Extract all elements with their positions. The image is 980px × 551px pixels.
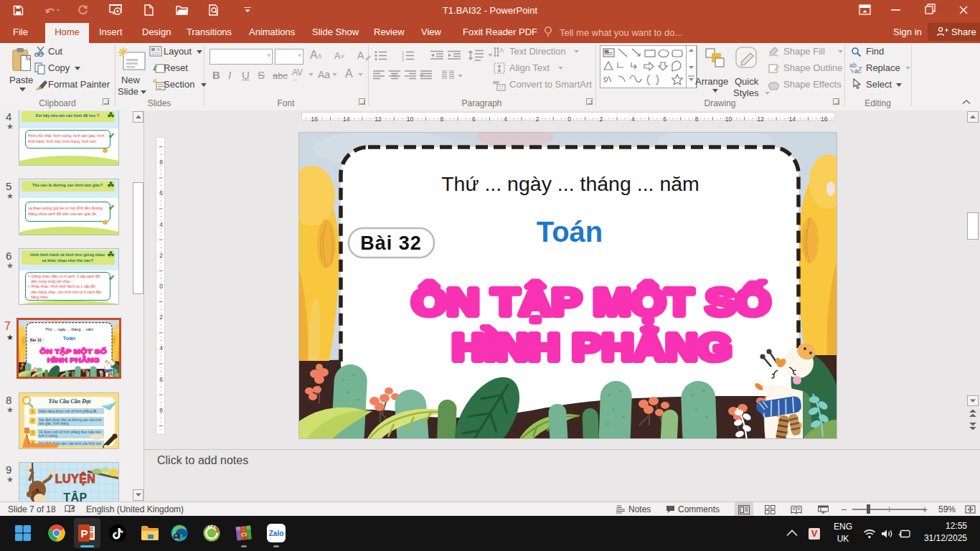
svg-text:10: 10 [407,116,414,123]
svg-text:2: 2 [600,116,603,123]
svg-text:6: 6 [159,189,163,197]
svg-text:8: 8 [159,159,163,166]
svg-text:6: 6 [663,116,666,123]
svg-text:12: 12 [757,116,764,123]
svg-text:A: A [357,50,364,61]
svg-text:10: 10 [725,116,732,123]
svg-text:4: 4 [159,344,163,352]
svg-text:2: 2 [159,252,163,259]
svg-text:2: 2 [536,116,540,123]
svg-text:4: 4 [631,116,635,123]
svg-text:0: 0 [567,116,571,123]
svg-text:12: 12 [374,116,382,123]
svg-text:4: 4 [504,116,507,123]
svg-text:0: 0 [159,283,163,290]
svg-text:4: 4 [159,221,163,228]
svg-text:3: 3 [402,57,404,62]
svg-text:14: 14 [343,116,350,123]
svg-text:6: 6 [159,376,163,383]
svg-text:14: 14 [789,116,796,123]
svg-text:8: 8 [159,407,163,414]
svg-text:A: A [499,47,504,54]
svg-text:2: 2 [159,314,163,321]
svg-text:8: 8 [440,116,444,123]
svg-text:ac: ac [854,67,862,74]
svg-text:16: 16 [821,116,828,123]
svg-text:6: 6 [472,116,476,123]
svg-text:P: P [81,527,88,540]
svg-text:Zalo: Zalo [269,529,284,537]
svg-text:16: 16 [311,116,319,123]
svg-text:8: 8 [695,116,699,123]
